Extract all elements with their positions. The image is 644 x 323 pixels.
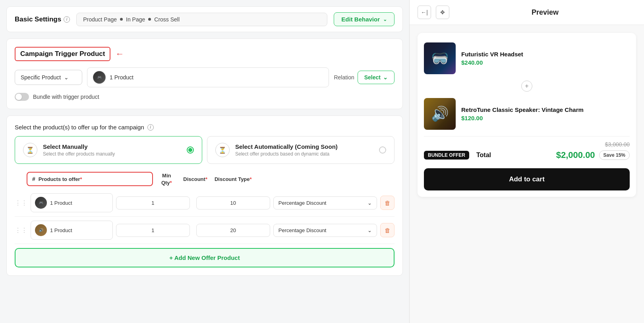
preview-product-row-2: 🔊 RetroTune Classic Speaker: Vintage Cha… <box>424 95 630 133</box>
auto-card-icon: ⏳ <box>215 143 230 157</box>
discount-input-2[interactable] <box>196 224 270 237</box>
total-label: Total <box>476 152 491 159</box>
product-label-1: 1 Product <box>50 200 72 206</box>
discount-input-1[interactable] <box>196 196 270 210</box>
preview-product-price-2: $120.00 <box>461 115 630 121</box>
manual-radio <box>187 146 194 154</box>
product-avatar-2: 🔊 <box>35 224 47 236</box>
auto-card-text: Select Automatically (Coming Soon) Selec… <box>235 143 373 157</box>
breadcrumb-dot-1 <box>120 18 123 21</box>
preview-content: 🥽 Futuristic VR Headset $240.00 + 🔊 Retr… <box>410 25 644 323</box>
total-price: $2,000.00 <box>556 150 595 160</box>
product-avatar-1: 🎮 <box>35 197 47 209</box>
trigger-row: Specific Product ⌄ 🎮 1 Product Relation … <box>15 67 395 87</box>
preview-product-img-1: 🥽 <box>424 42 456 74</box>
disctype-col-header: Discount Type* <box>215 176 252 182</box>
hash-col-header: # <box>32 176 35 182</box>
table-row: ⋮⋮ 🔊 1 Product Percentage Discount ⌄ 🗑 <box>15 217 395 244</box>
add-product-label: + Add New Offer Product <box>169 254 240 261</box>
preview-footer: $3,000.00 BUNDLE OFFER Total $2,000.00 S… <box>424 136 630 160</box>
offer-info-icon: i <box>147 124 154 131</box>
bundle-label: Bundle with trigger product <box>33 94 99 100</box>
campaign-trigger-section: Campaign Trigger Product ← Specific Prod… <box>6 38 403 109</box>
product-field-2[interactable]: 🔊 1 Product <box>31 221 113 240</box>
breadcrumb-placement: In Page <box>126 16 145 23</box>
header-bar: Basic Settings i Product Page In Page Cr… <box>6 6 403 32</box>
expand-icon: ✥ <box>440 9 445 15</box>
campaign-trigger-header: Campaign Trigger Product ← <box>15 47 395 61</box>
preview-card: 🥽 Futuristic VR Headset $240.00 + 🔊 Retr… <box>418 33 636 197</box>
left-panel: Basic Settings i Product Page In Page Cr… <box>0 0 409 323</box>
toggle-thumb <box>15 94 22 100</box>
preview-product-info-1: Futuristic VR Headset $240.00 <box>461 51 630 66</box>
add-offer-product-button[interactable]: + Add New Offer Product <box>15 248 395 267</box>
trigger-product-pill[interactable]: 🎮 1 Product <box>87 67 329 87</box>
radio-dot-inner <box>188 148 192 152</box>
campaign-trigger-title: Campaign Trigger Product <box>15 47 110 61</box>
bundle-toggle-row: Bundle with trigger product <box>15 93 395 101</box>
basic-settings-title: Basic Settings i <box>15 15 70 23</box>
trigger-product-count: 1 Product <box>110 74 133 81</box>
arrow-left-icon: ←| <box>421 9 428 15</box>
relation-select-label: Select <box>364 74 381 81</box>
edit-behavior-button[interactable]: Edit Behavior ⌄ <box>334 12 395 26</box>
preview-product-row-1: 🥽 Futuristic VR Headset $240.00 <box>424 39 630 77</box>
manual-selection-card[interactable]: ⏳ Select Manually Select the offer produ… <box>15 136 202 164</box>
basic-settings-label: Basic Settings <box>15 15 61 23</box>
info-icon: i <box>64 16 70 23</box>
qty-input-1[interactable] <box>116 196 190 210</box>
preview-product-name-2: RetroTune Classic Speaker: Vintage Charm <box>461 106 630 113</box>
preview-product-img-2: 🔊 <box>424 98 456 130</box>
relation-label: Relation <box>334 74 354 81</box>
dropdown-chevron-icon: ⌄ <box>64 74 69 81</box>
original-price: $3,000.00 <box>605 141 630 148</box>
collapse-preview-button[interactable]: ←| <box>418 6 431 19</box>
manual-card-title: Select Manually <box>43 143 181 150</box>
product-type-label: Specific Product <box>21 74 61 81</box>
avatar-vr-img: 🎮 <box>93 71 105 83</box>
relation-group: Relation Select ⌄ <box>334 71 395 84</box>
bundle-offer-badge: BUNDLE OFFER <box>424 151 469 160</box>
auto-selection-card[interactable]: ⏳ Select Automatically (Coming Soon) Sel… <box>207 136 395 164</box>
add-to-cart-button[interactable]: Add to cart <box>424 168 630 190</box>
speaker-icon: 🔊 <box>431 106 449 122</box>
chevron-up-icon: ⌄ <box>383 17 387 22</box>
save-badge: Save 15% <box>599 150 630 160</box>
breadcrumb-type: Cross Sell <box>154 16 180 23</box>
plus-divider: + <box>424 77 630 95</box>
price-row: BUNDLE OFFER Total $2,000.00 Save 15% <box>424 150 630 160</box>
relation-select-button[interactable]: Select ⌄ <box>358 71 395 84</box>
qty-input-2[interactable] <box>116 224 190 237</box>
discount-type-1[interactable]: Percentage Discount ⌄ <box>273 196 377 210</box>
manual-card-text: Select Manually Select the offer product… <box>43 143 181 157</box>
minqty-col-header: Min Qty* <box>161 173 172 186</box>
preview-title: Preview <box>454 8 636 17</box>
delete-row-1-button[interactable]: 🗑 <box>380 196 395 210</box>
add-to-cart-label: Add to cart <box>509 175 545 183</box>
bundle-toggle[interactable] <box>15 93 29 101</box>
red-arrow-icon: ← <box>115 49 124 59</box>
auto-card-subtitle: Select offer products based on dynamic d… <box>235 151 373 157</box>
manual-card-subtitle: Select the offer products manually <box>43 151 181 157</box>
auto-radio <box>379 146 386 154</box>
product-col-header: Products to offer* <box>39 176 82 182</box>
delete-row-2-button[interactable]: 🗑 <box>380 223 395 237</box>
edit-behavior-label: Edit Behavior <box>341 16 380 23</box>
product-field-1[interactable]: 🎮 1 Product <box>31 193 113 212</box>
relation-chevron-icon: ⌄ <box>383 74 388 81</box>
product-type-dropdown[interactable]: Specific Product ⌄ <box>15 70 82 85</box>
products-table-header: # Products to offer* <box>27 172 153 186</box>
manual-card-icon: ⏳ <box>23 143 37 157</box>
discount-type-2[interactable]: Percentage Discount ⌄ <box>273 224 377 237</box>
drag-handle-icon[interactable]: ⋮⋮ <box>15 227 27 234</box>
trigger-product-avatar: 🎮 <box>93 71 106 84</box>
discount-col-header: Discount* <box>183 176 207 182</box>
right-panel: ←| ✥ Preview 🥽 Futuristic VR Headset $24… <box>409 0 644 323</box>
expand-preview-button[interactable]: ✥ <box>436 6 449 19</box>
product-label-2: 1 Product <box>50 227 72 233</box>
offer-section-title: Select the product(s) to offer up for th… <box>15 124 395 131</box>
disctype-chevron-icon-1: ⌄ <box>367 200 372 206</box>
preview-product-name-1: Futuristic VR Headset <box>461 51 630 58</box>
disctype-chevron-icon-2: ⌄ <box>367 227 372 233</box>
drag-handle-icon[interactable]: ⋮⋮ <box>15 199 27 207</box>
